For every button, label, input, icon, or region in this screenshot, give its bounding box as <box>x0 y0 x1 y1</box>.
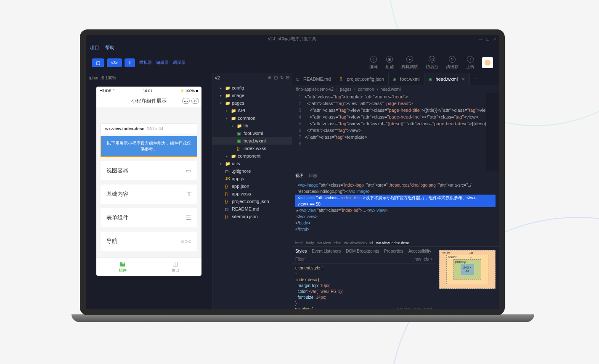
editor-tab[interactable]: ◻README.md <box>292 73 335 85</box>
project-name: v2 <box>215 75 220 80</box>
tree-item[interactable]: ▸📁lib <box>212 122 292 129</box>
phone-simulator[interactable]: ••ll IDE ⌃ 10:01 ⚡ 100% ■ 小程序组件展示 •••⊙ w… <box>96 87 201 276</box>
styles-tab[interactable]: Properties <box>384 249 403 253</box>
tree-item[interactable]: ▾📁pages <box>212 99 292 107</box>
menu-icon: ☰ <box>186 214 191 221</box>
tree-item[interactable]: {}sitemap.json <box>212 213 292 220</box>
menu-project[interactable]: 项目 <box>90 45 99 51</box>
tool-editor[interactable]: </> <box>107 58 122 67</box>
styles-filter-input[interactable] <box>295 257 413 261</box>
container-icon: ▭ <box>186 167 191 174</box>
phone-more-icon[interactable]: ••• <box>182 98 190 104</box>
editor-tab[interactable]: ▣foot.wxml <box>389 73 424 85</box>
css-rules[interactable]: element.style {}.index-desc {</span></di… <box>292 264 436 309</box>
minimap[interactable] <box>486 93 499 171</box>
list-item[interactable]: 视图容器▭ <box>101 161 197 180</box>
styles-tab[interactable]: Event Listeners <box>312 249 341 253</box>
devtools-tab-view[interactable]: 视图 <box>295 173 304 179</box>
tree-item[interactable]: ◻README.md <box>212 205 292 213</box>
window-title: v2-FinClip小程序开发工具 <box>268 36 316 42</box>
breadcrumb[interactable]: fino-applet-demo-v2 › pages › common › h… <box>292 85 499 93</box>
tree-item[interactable]: ▾📁common <box>212 114 292 122</box>
avatar[interactable] <box>482 57 493 68</box>
simulator-panel: iphone6 100% ••ll IDE ⌃ 10:01 ⚡ 100% ■ 小… <box>86 73 212 309</box>
phone-title: 小程序组件展示 •••⊙ <box>96 95 201 107</box>
tabbar-components[interactable]: ▦组件 <box>96 258 149 276</box>
phone-close-icon[interactable]: ⊙ <box>191 98 199 104</box>
refresh-icon[interactable]: ↻ <box>280 75 284 80</box>
devtools: 视图 日志 <wx-image "attr">class="index-logo… <box>292 171 499 309</box>
window-controls[interactable]: —▢✕ <box>479 37 496 41</box>
box-model: margin10 border- padding- 240 × 44 <box>436 247 499 309</box>
compile-button[interactable]: ○编译 <box>369 56 378 70</box>
close-icon: ✕ <box>461 76 465 82</box>
clear-cache-button[interactable]: ↻清缓存 <box>446 56 459 70</box>
preview-button[interactable]: ◉预览 <box>385 56 394 70</box>
grid-icon: ▦ <box>120 260 125 267</box>
highlighted-element: 以下用展示小程序官方组件能力，组件样式仅供参考。 <box>101 136 197 157</box>
tool-simulator[interactable]: ▢ <box>92 58 104 67</box>
tree-item[interactable]: ▣head.wxml <box>212 137 292 145</box>
styles-tab[interactable]: Accessibility <box>408 249 431 253</box>
inspector-tooltip: wx-view.index-desc240 × 44 <box>101 124 197 134</box>
tree-item[interactable]: {}app.wxss <box>212 190 292 198</box>
api-icon: ◫ <box>172 260 178 267</box>
menu-help[interactable]: 帮助 <box>105 45 114 51</box>
list-item[interactable]: 基础内容𝕋 <box>101 185 197 204</box>
tabbar-api[interactable]: ◫接口 <box>149 258 201 276</box>
list-item[interactable]: 导航○○○ <box>101 232 197 251</box>
background-button[interactable]: ▢切后台 <box>426 56 438 70</box>
elements-panel[interactable]: <wx-image "attr">class="index-logo" "att… <box>292 180 499 239</box>
tree-item[interactable]: ▸📁component <box>212 152 292 160</box>
upload-button[interactable]: ↑上传 <box>466 56 474 70</box>
remote-debug-button[interactable]: ▸真机调试 <box>401 56 418 70</box>
list-item[interactable]: 表单组件☰ <box>101 208 197 227</box>
tree-item[interactable]: ▣foot.wxml <box>212 129 292 137</box>
device-info[interactable]: iphone6 100% <box>89 76 116 80</box>
more-tabs[interactable]: ⋯ <box>470 76 481 82</box>
code-editor[interactable]: 12345678 <"attr">class="tag">template "a… <box>292 93 499 171</box>
elements-breadcrumb[interactable]: htmlbodywx-view.indexwx-view.index-hdwx-… <box>292 239 499 246</box>
tree-item[interactable]: {}project.config.json <box>212 198 292 205</box>
window-titlebar: v2-FinClip小程序开发工具 —▢✕ <box>86 35 499 43</box>
tree-item[interactable]: {}app.json <box>212 182 292 190</box>
tree-item[interactable]: JSapp.js <box>212 175 292 182</box>
styles-filter-controls[interactable]: :hov .cls + <box>413 257 432 261</box>
tree-item[interactable]: ▸📁config <box>212 84 292 92</box>
tree-item[interactable]: {}index.wxss <box>212 145 292 152</box>
tree-item[interactable]: ◻.gitignore <box>212 167 292 175</box>
new-folder-icon[interactable]: ▢ <box>274 75 278 80</box>
styles-tab[interactable]: DOM Breakpoints <box>346 249 379 253</box>
tree-item[interactable]: ▸📁utils <box>212 160 292 167</box>
editor-panel: ◻README.md{}project.config.json▣foot.wxm… <box>292 73 499 309</box>
menubar: 项目 帮助 <box>86 43 499 52</box>
tree-item[interactable]: ▸📁image <box>212 92 292 99</box>
toolbar: ▢ </> ⫴ 模拟器 编辑器 调试器 ○编译 ◉预览 ▸真机调试 ▢切后台 ↻… <box>86 52 499 73</box>
phone-statusbar: ••ll IDE ⌃ 10:01 ⚡ 100% ■ <box>96 87 201 95</box>
file-explorer: v2 ⊕▢↻⊟ ▸📁config▸📁image▾📁pages▸📁API▾📁com… <box>212 73 292 309</box>
editor-tab[interactable]: {}project.config.json <box>335 73 389 85</box>
collapse-icon[interactable]: ⊟ <box>286 75 289 80</box>
tree-item[interactable]: ▸📁API <box>212 107 292 114</box>
editor-tab[interactable]: ▣head.wxml✕ <box>424 73 470 85</box>
devtools-tab-log[interactable]: 日志 <box>309 173 317 179</box>
text-icon: 𝕋 <box>187 191 191 198</box>
tool-debugger[interactable]: ⫴ <box>125 58 135 67</box>
dots-icon: ○○○ <box>181 238 191 245</box>
new-file-icon[interactable]: ⊕ <box>268 75 271 80</box>
laptop-frame: v2-FinClip小程序开发工具 —▢✕ 项目 帮助 ▢ </> ⫴ 模拟器 … <box>72 29 513 332</box>
styles-tab[interactable]: Styles <box>295 249 307 253</box>
